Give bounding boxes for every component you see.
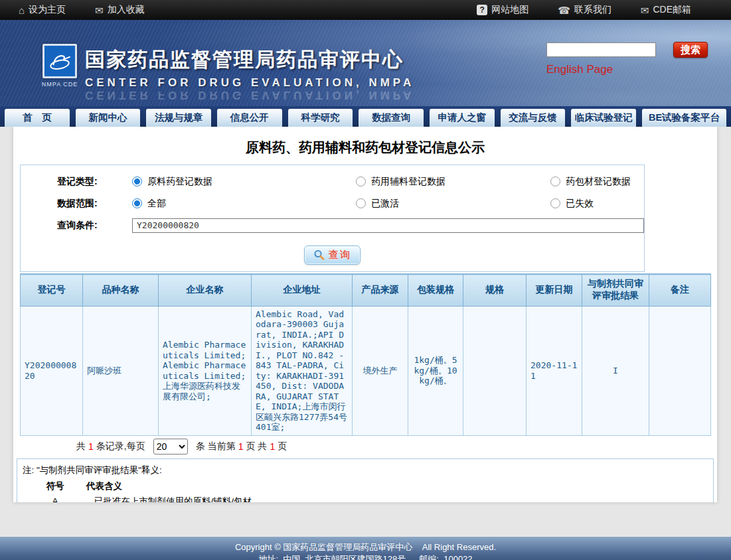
radio-option-excipient[interactable]: 药用辅料登记数据 (356, 176, 550, 188)
query-condition-input[interactable] (132, 218, 644, 233)
phone-icon: ☎ (558, 5, 570, 15)
site-title-en-reflection: CENTER FOR DRUG EVALUATION, NMPA (85, 88, 414, 102)
main-area: 原料药、药用辅料和药包材登记信息公示 登记类型: 原料药登记数据 药用辅料登记数… (0, 127, 731, 520)
english-page-link[interactable]: English Page (546, 63, 613, 76)
query-condition-row: 查询条件: (21, 214, 644, 236)
nav-tab-data-query[interactable]: 数据查询 (359, 109, 424, 127)
legend-box: 注: "与制剂共同审评审批结果"释义: 符号 代表含义 A 已批准在上市制剂使用… (17, 458, 714, 503)
nav-tab-home[interactable]: 首 页 (5, 109, 70, 127)
table-header-row: 登记号 品种名称 企业名称 企业地址 产品来源 包装规格 规格 更新日期 与制剂… (21, 274, 711, 306)
data-scope-label: 数据范围: (21, 198, 95, 210)
set-homepage-link[interactable]: ⌂ 设为主页 (19, 4, 66, 16)
current-page-label: 当前第 (208, 441, 236, 453)
col-header-origin: 产品来源 (353, 274, 408, 306)
top-utility-bar: ⌂ 设为主页 ✉ 加入收藏 ? 网站地图 ☎ 联系我们 ✉ CDE邮箱 (0, 0, 731, 20)
site-search-button[interactable]: 搜索 (673, 42, 708, 58)
topbar-left-group: ⌂ 设为主页 ✉ 加入收藏 (19, 4, 145, 16)
col-header-company: 企业名称 (159, 274, 252, 306)
query-button[interactable]: 查询 (304, 245, 361, 265)
site-footer: Copyright © 国家药品监督管理局药品审评中心 All Right Re… (0, 537, 731, 560)
col-header-review-result: 与制剂共同审评审批结果 (582, 274, 649, 306)
envelope-icon: ✉ (95, 5, 104, 15)
set-homepage-label: 设为主页 (29, 4, 66, 16)
nav-tab-clinical-trial[interactable]: 临床试验登记 (571, 109, 636, 127)
query-button-row: 查询 (21, 245, 644, 265)
footer-copyright: Copyright © 国家药品监督管理局药品审评中心 All Right Re… (0, 541, 731, 553)
sitemap-link[interactable]: ? 网站地图 (477, 4, 528, 16)
col-header-packaging: 包装规格 (408, 274, 463, 306)
table-row: Y20200000820 阿哌沙班 Alembic Pharmaceutical… (21, 306, 711, 435)
cell-company: Alembic Pharmaceuticals Limited;Alembic … (159, 306, 252, 435)
swan-logo-icon (46, 47, 74, 75)
nav-tab-science[interactable]: 科学研究 (288, 109, 353, 127)
nav-tab-applicant[interactable]: 申请人之窗 (430, 109, 495, 127)
total-label: 共 (76, 441, 86, 453)
add-favorite-label: 加入收藏 (108, 4, 145, 16)
col-header-spec: 规格 (463, 274, 527, 306)
legend-meaning-header: 代表含义 (86, 478, 122, 494)
nav-tab-feedback[interactable]: 交流与反馈 (501, 109, 566, 127)
cell-origin: 境外生产 (353, 306, 408, 435)
cell-remarks (649, 306, 711, 435)
cell-update-date: 2020-11-11 (527, 306, 582, 435)
total-count: 1 (88, 441, 94, 452)
sitemap-label: 网站地图 (491, 4, 528, 16)
cde-logo (42, 44, 77, 78)
magnifier-icon (313, 249, 325, 261)
header-search-area: 搜索 English Page (546, 42, 710, 76)
data-scope-options: 全部 已激活 已失效 (95, 198, 644, 210)
nav-tab-regulations[interactable]: 法规与规章 (146, 109, 211, 127)
query-form: 登记类型: 原料药登记数据 药用辅料登记数据 药包材登记数据 (20, 165, 645, 272)
after-total-label: 条记录,每页 (96, 441, 145, 453)
reg-type-row: 登记类型: 原料药登记数据 药用辅料登记数据 药包材登记数据 (21, 171, 644, 192)
total-pages-number: 1 (270, 441, 275, 452)
reg-type-label: 登记类型: (21, 176, 95, 188)
cell-reg-no: Y20200000820 (21, 306, 83, 435)
results-table: 登记号 品种名称 企业名称 企业地址 产品来源 包装规格 规格 更新日期 与制剂… (20, 273, 711, 436)
add-favorite-link[interactable]: ✉ 加入收藏 (95, 4, 145, 16)
col-header-reg-no: 登记号 (21, 274, 83, 306)
unit-label: 条 (196, 441, 205, 453)
cde-mail-link[interactable]: ✉ CDE邮箱 (641, 4, 691, 16)
site-title-cn: 国家药品监督管理局药品审评中心 (85, 46, 414, 74)
nav-tab-be-platform[interactable]: BE试验备案平台 (642, 109, 726, 127)
site-title-en: CENTER FOR DRUG EVALUATION, NMPA (85, 76, 414, 90)
main-nav: 首 页 新闻中心 法规与规章 信息公开 科学研究 数据查询 申请人之窗 交流与反… (0, 106, 731, 127)
radio-option-raw-material[interactable]: 原料药登记数据 (95, 176, 356, 188)
pagination-bar: 共 1 条记录,每页 20 条 当前第 1 页 共 1 页 (13, 436, 717, 458)
col-header-address: 企业地址 (252, 274, 353, 306)
legend-symbol: A (41, 494, 69, 503)
col-header-variety: 品种名称 (83, 274, 159, 306)
cde-logo-link[interactable]: NMPA CDE (39, 44, 81, 88)
contact-label: 联系我们 (574, 4, 611, 16)
col-header-update-date: 更新日期 (527, 274, 582, 306)
pages-end-label: 页 (278, 441, 287, 453)
home-icon: ⌂ (19, 5, 25, 15)
page-title: 原料药、药用辅料和药包材登记信息公示 (13, 127, 717, 157)
site-search-input[interactable] (546, 42, 656, 57)
logo-caption: NMPA CDE (39, 81, 81, 88)
topbar-right-group: ? 网站地图 ☎ 联系我们 ✉ CDE邮箱 (477, 4, 691, 16)
nav-tab-info-disclosure[interactable]: 信息公开 (217, 109, 282, 127)
legend-row-a: A 已批准在上市制剂使用的原料/辅料/包材。 (17, 494, 713, 503)
contact-link[interactable]: ☎ 联系我们 (558, 4, 611, 16)
data-scope-row: 数据范围: 全部 已激活 已失效 (21, 192, 644, 214)
cell-packaging: 1kg/桶。5kg/桶。10kg/桶。 (408, 306, 463, 435)
radio-option-expired[interactable]: 已失效 (550, 198, 644, 210)
legend-symbol-header: 符号 (41, 478, 69, 494)
cell-address: Alembic Road, Vadodara-390003 Gujarat, I… (252, 306, 353, 435)
radio-option-activated[interactable]: 已激活 (356, 198, 550, 210)
radio-icon (132, 176, 142, 186)
nav-tab-news[interactable]: 新闻中心 (76, 109, 141, 127)
content-panel: 原料药、药用辅料和药包材登记信息公示 登记类型: 原料药登记数据 药用辅料登记数… (13, 127, 717, 502)
radio-option-packaging[interactable]: 药包材登记数据 (550, 176, 644, 188)
legend-meaning: 已批准在上市制剂使用的原料/辅料/包材。 (94, 494, 261, 503)
mail-icon: ✉ (641, 5, 649, 15)
footer-address: 地址: 中国 北京市朝阳区建国路128号 邮编: 100022 (0, 553, 731, 560)
query-button-label: 查询 (329, 249, 351, 261)
page-size-select[interactable]: 20 (153, 439, 188, 455)
site-header: NMPA CDE 国家药品监督管理局药品审评中心 CENTER FOR DRUG… (0, 20, 731, 106)
radio-option-all[interactable]: 全部 (95, 198, 356, 210)
legend-title: 注: "与制剂共同审评审批结果"释义: (17, 462, 713, 478)
question-icon: ? (477, 5, 487, 15)
